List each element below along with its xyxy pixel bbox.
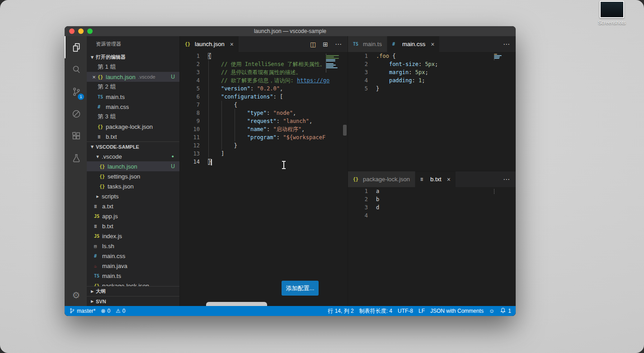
- activity-item-extensions[interactable]: [65, 125, 87, 147]
- tree-file-main-java[interactable]: ♨main.java: [87, 261, 179, 271]
- activity-item-manage[interactable]: ⚙: [65, 284, 87, 306]
- warning-count-icon: ⚠: [116, 308, 121, 314]
- minimap[interactable]: [494, 189, 511, 194]
- tab-b-txt[interactable]: ≡b.txt×: [415, 171, 456, 187]
- tree-file-ls-sh[interactable]: ▤ls.sh: [87, 241, 179, 251]
- code-line[interactable]: 3d: [348, 203, 516, 212]
- close-icon[interactable]: ×: [431, 41, 434, 48]
- split-editor-icon[interactable]: ◫: [310, 41, 316, 47]
- warning-icon: ⚠: [116, 308, 121, 314]
- sidebar-section-[interactable]: 大纲: [87, 286, 179, 296]
- screenshots-desktop-icon[interactable]: Screenshots: [592, 1, 631, 25]
- open-editor-item-package-lock-json[interactable]: {}package-lock.json: [87, 122, 179, 132]
- open-editors-header[interactable]: 打开的编辑器: [87, 52, 179, 62]
- toggle-layout-icon[interactable]: ⊞: [323, 41, 328, 47]
- file-name: index.js: [102, 233, 122, 240]
- tree-file-index-js[interactable]: JSindex.js: [87, 231, 179, 241]
- sidebar-title: 资源管理器: [87, 36, 179, 52]
- code-line[interactable]: 5 "version": "0.2.0",: [180, 85, 348, 93]
- tab-main-ts[interactable]: TSmain.ts: [348, 36, 387, 52]
- open-editor-item-main-ts[interactable]: TSmain.ts: [87, 92, 179, 102]
- open-editor-item-b-txt[interactable]: ≡b.txt: [87, 132, 179, 141]
- editor-content[interactable]: 1.foo {2 font-size: 5px;3 margin: 5px;4 …: [348, 52, 516, 171]
- eol[interactable]: LF: [418, 308, 425, 314]
- code-line[interactable]: 2b: [348, 195, 516, 203]
- more-actions-icon[interactable]: ⋯: [335, 41, 342, 47]
- code-line[interactable]: 4 padding: 1;: [348, 76, 516, 85]
- activity-item-explorer[interactable]: [65, 36, 87, 58]
- tree-file-settings-json[interactable]: {}settings.json: [87, 171, 179, 181]
- tree-file-tasks-json[interactable]: {}tasks.json: [87, 181, 179, 191]
- workspace-header[interactable]: VSCODE-SAMPLE: [87, 141, 179, 151]
- title-bar[interactable]: launch.json — vscode-sample: [65, 26, 516, 36]
- line-number: 2: [348, 60, 368, 68]
- minimap[interactable]: [494, 54, 511, 60]
- scrollbar-thumb[interactable]: [343, 125, 347, 136]
- tab-main-css[interactable]: #main.css×: [387, 36, 440, 52]
- language-mode[interactable]: JSON with Comments: [430, 308, 484, 314]
- code-line[interactable]: 12 }: [180, 141, 348, 150]
- code-line[interactable]: 11 "program": "${workspaceF: [180, 133, 348, 141]
- close-icon[interactable]: ×: [447, 176, 451, 183]
- tab-package-lock-json[interactable]: {}package-lock.json: [348, 171, 415, 187]
- code-line[interactable]: 1a: [348, 187, 516, 195]
- code-line[interactable]: 2 font-size: 5px;: [348, 60, 516, 68]
- sidebar-section-svn[interactable]: SVN: [87, 296, 179, 306]
- line-number: 11: [180, 133, 200, 141]
- code-line[interactable]: 4: [348, 212, 516, 220]
- code-line[interactable]: 6 "configurations": [: [180, 93, 348, 101]
- code-line[interactable]: 7 {: [180, 101, 348, 109]
- cursor-position[interactable]: 行 14, 列 2: [328, 307, 353, 315]
- more-actions-icon[interactable]: ⋯: [503, 176, 510, 183]
- zoom-window-button[interactable]: [87, 28, 93, 34]
- tree-file-a-txt[interactable]: ≡a.txt: [87, 201, 179, 211]
- tree-folder-scripts[interactable]: scripts: [87, 191, 179, 201]
- indent-guide: [208, 60, 209, 158]
- tab-size[interactable]: 制表符长度: 4: [359, 307, 392, 315]
- tree-file-main-ts[interactable]: TSmain.ts: [87, 271, 179, 281]
- tree-file-main-css[interactable]: #main.css: [87, 251, 179, 261]
- minimize-window-button[interactable]: [78, 28, 84, 34]
- code-line[interactable]: 2 // 使用 IntelliSense 了解相关属性。: [180, 60, 348, 68]
- close-icon[interactable]: ×: [90, 74, 98, 80]
- code-line[interactable]: 4 // 欲了解更多信息，请访问: https://go: [180, 76, 348, 85]
- more-actions-icon[interactable]: ⋯: [503, 41, 510, 47]
- activity-item-testing[interactable]: [65, 147, 87, 169]
- tab-launch-json[interactable]: {}launch.json×: [180, 36, 239, 52]
- warning-count[interactable]: ⚠0: [116, 308, 125, 314]
- feedback-smiley[interactable]: ☺: [489, 308, 494, 314]
- code-line[interactable]: 1{: [180, 52, 348, 60]
- code-line[interactable]: 3 margin: 5px;: [348, 68, 516, 76]
- open-editor-item-launch-json[interactable]: ×{}launch.json.vscodeU: [87, 72, 179, 82]
- activity-item-source-control[interactable]: 1: [65, 80, 87, 103]
- encoding[interactable]: UTF-8: [398, 308, 413, 314]
- editor-content[interactable]: 1a2b3d4: [348, 187, 516, 306]
- activity-item-search[interactable]: [65, 58, 87, 80]
- tree-folder-vscode[interactable]: .vscode●: [87, 151, 179, 161]
- code-line[interactable]: 1.foo {: [348, 52, 516, 60]
- code-line[interactable]: 14}: [180, 158, 348, 166]
- editor-group-label: 第 3 组: [87, 112, 179, 122]
- notifications-bell[interactable]: 1: [500, 307, 511, 315]
- minimap[interactable]: [326, 54, 343, 72]
- code-line[interactable]: 10 "name": "启动程序",: [180, 125, 348, 133]
- code-line[interactable]: 13 ]: [180, 150, 348, 158]
- open-editor-item-main-css[interactable]: #main.css: [87, 102, 179, 112]
- tree-file-package-lock-json[interactable]: {}package-lock.json: [87, 281, 179, 286]
- activity-item-circle-slash[interactable]: [65, 103, 87, 125]
- file-name: ls.sh: [102, 243, 114, 249]
- add-configuration-button[interactable]: 添加配置...: [282, 281, 319, 296]
- tree-file-launch-json[interactable]: {}launch.jsonU: [87, 161, 179, 171]
- tree-file-b-txt[interactable]: ≡b.txt: [87, 221, 179, 231]
- code-line[interactable]: 8 "type": "node",: [180, 109, 348, 117]
- code-line[interactable]: 9 "request": "launch",: [180, 117, 348, 125]
- tree-file-app-js[interactable]: JSapp.js: [87, 211, 179, 221]
- code-line[interactable]: 3 // 悬停以查看现有属性的描述。: [180, 68, 348, 76]
- close-icon[interactable]: ×: [230, 41, 234, 48]
- txt-file-icon: ≡: [94, 204, 102, 209]
- close-window-button[interactable]: [69, 28, 75, 34]
- editor-content[interactable]: 1{2 // 使用 IntelliSense 了解相关属性。3 // 悬停以查看…: [180, 52, 348, 306]
- code-line[interactable]: 5}: [348, 85, 516, 93]
- branch-indicator[interactable]: master*: [69, 308, 95, 315]
- error-count[interactable]: ⊗0: [101, 308, 110, 314]
